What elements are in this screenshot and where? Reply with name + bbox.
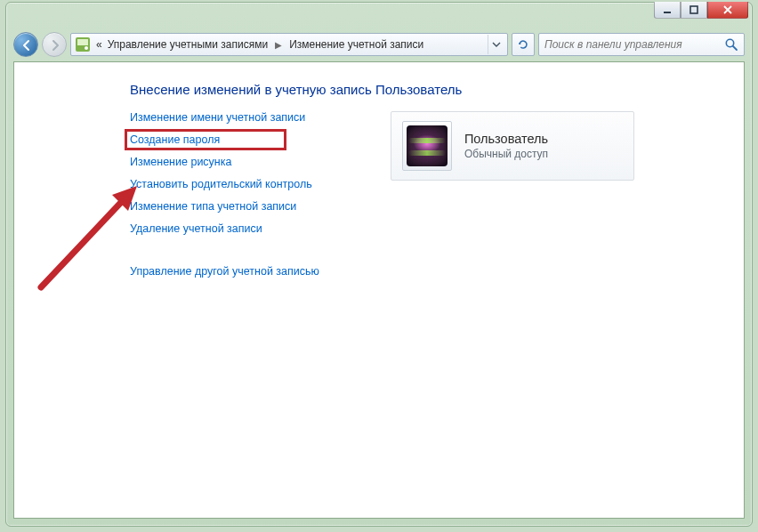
link-change-type[interactable]: Изменение типа учетной записи — [130, 200, 296, 213]
page-title: Внесение изменений в учетную запись Поль… — [130, 82, 719, 97]
link-change-picture[interactable]: Изменение рисунка — [130, 156, 231, 168]
link-change-name[interactable]: Изменение имени учетной записи — [130, 111, 305, 124]
search-input[interactable] — [544, 38, 724, 51]
breadcrumb-level1[interactable]: Управление учетными записями — [108, 38, 268, 51]
chevron-down-icon — [492, 40, 501, 49]
address-dropdown-button[interactable] — [488, 35, 504, 54]
refresh-icon — [516, 37, 530, 52]
maximize-button[interactable] — [681, 2, 707, 19]
svg-rect-3 — [77, 39, 88, 45]
svg-point-4 — [85, 46, 88, 50]
link-delete-account[interactable]: Удаление учетной записи — [130, 222, 262, 235]
search-box[interactable] — [538, 33, 745, 56]
arrow-left-icon — [20, 38, 34, 52]
minimize-button[interactable] — [654, 2, 681, 19]
chevron-right-icon[interactable]: ▶ — [273, 40, 284, 50]
arrow-right-icon — [48, 38, 62, 52]
search-icon[interactable] — [724, 37, 738, 52]
link-create-password[interactable]: Создание пароля — [130, 133, 220, 146]
user-card: Пользователь Обычный доступ — [391, 111, 634, 181]
forward-button — [42, 32, 67, 57]
breadcrumb-level2[interactable]: Изменение учетной записи — [289, 38, 423, 51]
user-name: Пользователь — [464, 132, 548, 146]
user-type: Обычный доступ — [464, 148, 548, 160]
control-panel-icon — [75, 36, 91, 52]
svg-rect-1 — [690, 6, 698, 13]
link-manage-other[interactable]: Управление другой учетной записью — [130, 265, 319, 278]
refresh-button[interactable] — [512, 33, 535, 56]
link-parental-controls[interactable]: Установить родительский контроль — [130, 178, 312, 190]
back-button[interactable] — [13, 32, 38, 57]
breadcrumb-prefix: « — [96, 38, 102, 51]
close-button[interactable] — [707, 2, 748, 19]
svg-rect-0 — [664, 12, 671, 13]
address-bar[interactable]: « Управление учетными записями ▶ Изменен… — [70, 33, 508, 56]
avatar-image — [407, 125, 448, 166]
avatar — [402, 121, 452, 171]
